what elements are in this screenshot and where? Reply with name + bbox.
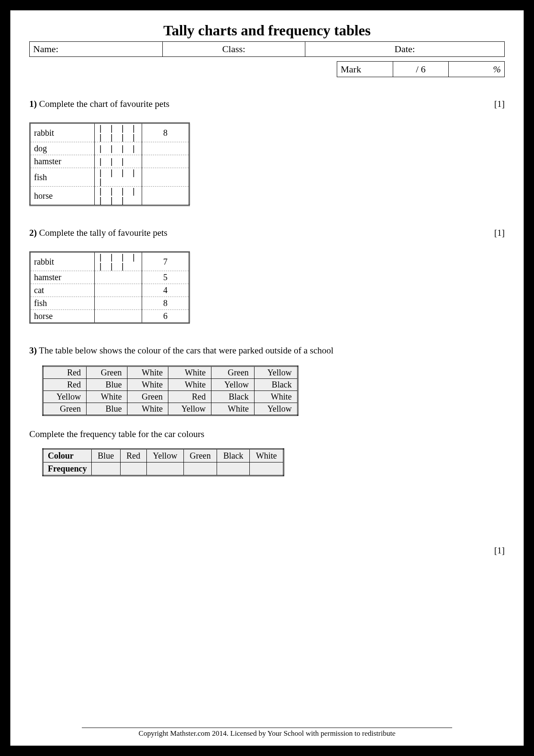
- q3-text: The table below shows the colour of the …: [37, 345, 334, 356]
- frequency-cell[interactable]: 7: [142, 252, 189, 271]
- tally-cell[interactable]: | | | | | | |: [95, 187, 142, 206]
- mark-total: / 6: [393, 62, 449, 77]
- tally-cell[interactable]: | | | | |: [95, 168, 142, 187]
- tally-cell[interactable]: | | |: [95, 155, 142, 168]
- freq-row-label: Frequency: [43, 462, 92, 476]
- car-colour-cell: Black: [254, 379, 298, 391]
- tally-cell[interactable]: | | | | | | |: [95, 252, 142, 271]
- mark-percent: %: [449, 62, 505, 77]
- freq-input-cell[interactable]: [250, 462, 284, 476]
- frequency-cell[interactable]: [142, 155, 189, 168]
- freq-header-cell: Red: [120, 449, 146, 462]
- tally-cell[interactable]: [95, 284, 142, 297]
- frequency-cell[interactable]: 4: [142, 284, 189, 297]
- name-field[interactable]: Name:: [30, 42, 163, 57]
- tally-cell[interactable]: [95, 271, 142, 284]
- freq-header-cell: Black: [217, 449, 250, 462]
- car-colour-cell: Yellow: [211, 379, 254, 391]
- q1-table: rabbit| | | | | | | |8dog| | | |hamster|…: [29, 122, 190, 206]
- car-colour-cell: White: [254, 391, 298, 403]
- car-colour-cell: White: [127, 403, 168, 415]
- car-colour-cell: Red: [168, 391, 211, 403]
- table-row: Frequency: [43, 462, 284, 476]
- tally-cell[interactable]: | | | | | | | |: [95, 123, 142, 142]
- car-colour-cell: Yellow: [254, 403, 298, 415]
- q3-number: 3): [29, 345, 37, 356]
- table-row: fish8: [30, 297, 189, 310]
- car-colour-cell: White: [127, 379, 168, 391]
- freq-header-cell: Colour: [43, 449, 92, 462]
- freq-header-cell: Green: [183, 449, 217, 462]
- pet-label: horse: [30, 310, 95, 323]
- table-row: horse6: [30, 310, 189, 323]
- freq-header-cell: Blue: [91, 449, 120, 462]
- table-row: fish| | | | |: [30, 168, 189, 187]
- q1-number: 1): [29, 99, 37, 109]
- table-row: RedBlueWhiteWhiteYellowBlack: [43, 379, 298, 391]
- pet-label: rabbit: [30, 252, 95, 271]
- table-row: cat4: [30, 284, 189, 297]
- car-colour-cell: White: [168, 366, 211, 379]
- date-field[interactable]: Date:: [305, 42, 504, 57]
- frequency-cell[interactable]: 8: [142, 123, 189, 142]
- freq-input-cell[interactable]: [120, 462, 146, 476]
- car-colour-cell: Green: [43, 403, 87, 415]
- table-row: GreenBlueWhiteYellowWhiteYellow: [43, 403, 298, 415]
- pet-label: rabbit: [30, 123, 95, 142]
- question-1-header: 1) Complete the chart of favourite pets …: [29, 99, 505, 109]
- frequency-cell[interactable]: [142, 187, 189, 206]
- pet-label: fish: [30, 297, 95, 310]
- q1-text: Complete the chart of favourite pets: [37, 99, 170, 109]
- car-colour-cell: White: [168, 379, 211, 391]
- q2-points: [1]: [494, 228, 505, 238]
- frequency-cell[interactable]: 8: [142, 297, 189, 310]
- freq-header-cell: Yellow: [146, 449, 183, 462]
- freq-input-cell[interactable]: [183, 462, 217, 476]
- class-field[interactable]: Class:: [162, 42, 305, 57]
- mark-label: Mark: [337, 62, 393, 77]
- frequency-cell[interactable]: 6: [142, 310, 189, 323]
- table-row: horse| | | | | | |: [30, 187, 189, 206]
- page-footer: Copyright Mathster.com 2014. Licensed by…: [82, 728, 452, 738]
- car-colour-cell: Yellow: [168, 403, 211, 415]
- car-colour-cell: Green: [211, 366, 254, 379]
- tally-cell[interactable]: [95, 297, 142, 310]
- pet-label: fish: [30, 168, 95, 187]
- freq-input-cell[interactable]: [146, 462, 183, 476]
- question-2-header: 2) Complete the tally of favourite pets …: [29, 228, 505, 238]
- car-colour-cell: Green: [127, 391, 168, 403]
- table-row: RedGreenWhiteWhiteGreenYellow: [43, 366, 298, 379]
- table-row: YellowWhiteGreenRedBlackWhite: [43, 391, 298, 403]
- car-colour-cell: Red: [43, 379, 87, 391]
- table-row: rabbit| | | | | | | |8: [30, 123, 189, 142]
- tally-cell[interactable]: [95, 310, 142, 323]
- tally-cell[interactable]: | | | |: [95, 142, 142, 155]
- frequency-cell[interactable]: 5: [142, 271, 189, 284]
- freq-header-cell: White: [250, 449, 284, 462]
- pet-label: hamster: [30, 155, 95, 168]
- car-colour-cell: Yellow: [43, 391, 87, 403]
- car-colour-cell: Black: [211, 391, 254, 403]
- table-row: hamster5: [30, 271, 189, 284]
- q2-number: 2): [29, 228, 37, 238]
- worksheet-page: Tally charts and frequency tables Name: …: [0, 0, 534, 756]
- freq-input-cell[interactable]: [91, 462, 120, 476]
- car-colour-cell: Blue: [86, 403, 127, 415]
- car-colour-cell: Green: [86, 366, 127, 379]
- table-row: rabbit| | | | | | |7: [30, 252, 189, 271]
- info-table: Name: Class: Date:: [29, 41, 505, 57]
- mark-table: Mark / 6 %: [337, 61, 505, 77]
- table-row: dog| | | |: [30, 142, 189, 155]
- freq-input-cell[interactable]: [217, 462, 250, 476]
- car-colour-cell: White: [86, 391, 127, 403]
- car-colour-cell: White: [211, 403, 254, 415]
- frequency-table: ColourBlueRedYellowGreenBlackWhiteFreque…: [42, 448, 284, 476]
- car-colour-cell: Blue: [86, 379, 127, 391]
- pet-label: hamster: [30, 271, 95, 284]
- frequency-cell[interactable]: [142, 142, 189, 155]
- pet-label: cat: [30, 284, 95, 297]
- q2-table: rabbit| | | | | | |7hamster5cat4fish8hor…: [29, 251, 190, 324]
- car-colour-cell: Red: [43, 366, 87, 379]
- frequency-cell[interactable]: [142, 168, 189, 187]
- pet-label: horse: [30, 187, 95, 206]
